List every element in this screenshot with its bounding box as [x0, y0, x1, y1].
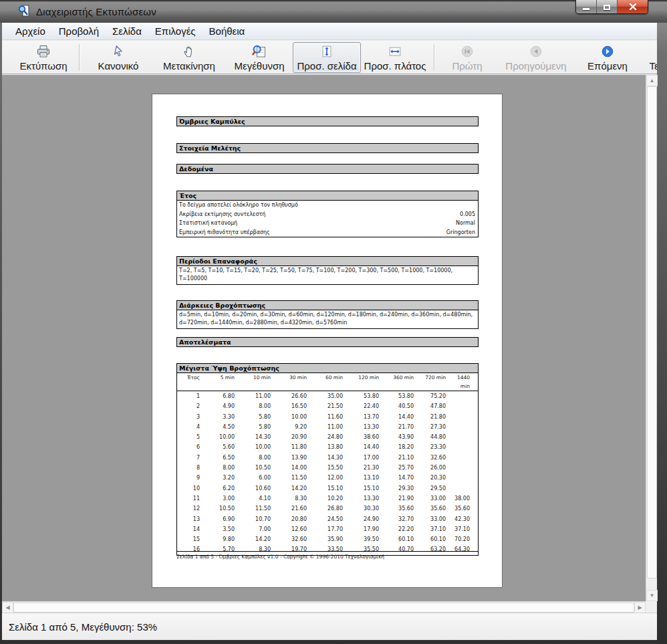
durations-header: Διάρκειες Βροχόπτωσης — [177, 301, 478, 310]
arrow-down-icon: ▼ — [650, 593, 655, 599]
column-header: 10 min — [243, 373, 279, 391]
year-cell: 13 — [177, 514, 208, 524]
toolbar-button-label: Προηγούμενη — [501, 60, 570, 72]
return-periods-text: T=2, T=5, T=10, T=15, T=20, T=25, T=50, … — [177, 266, 478, 284]
first-page-button[interactable]: Πρώτη — [439, 42, 495, 73]
print-button[interactable]: Εκτύπωση — [13, 42, 74, 73]
value-cell: 6.50 — [208, 453, 243, 463]
value-cell: 17.00 — [351, 453, 387, 463]
value-cell: 26.00 — [422, 463, 454, 473]
results-table-colheader: Έτος5 min10 min30 min60 min120 min360 mi… — [177, 373, 478, 391]
value-cell: 10.70 — [243, 514, 279, 524]
toolbar-button-label: Μεγέθυνση — [230, 60, 288, 72]
table-row: 65.6010.0011.8013.8014.4018.2023.30 — [177, 442, 478, 452]
normal-mode-button[interactable]: Κανονικό — [84, 42, 152, 73]
value-cell: 10.60 — [243, 484, 279, 494]
year-cell: 5 — [177, 432, 208, 442]
toolbar-separator — [434, 44, 434, 71]
value-cell: 21.10 — [387, 453, 422, 463]
toolbar-button-label: Εκτύπωση — [15, 60, 71, 72]
fit-width-button[interactable]: Προσ. πλάτος — [361, 42, 429, 73]
vertical-scrollbar-thumb[interactable] — [647, 86, 657, 578]
value-cell: 5.80 — [243, 422, 279, 432]
scrollbar-corner — [646, 601, 657, 613]
title-bar[interactable]: Διαχειριστής Εκτυπώσεων — [0, 0, 667, 23]
next-page-button[interactable]: Επόμενη — [577, 42, 638, 73]
value-cell: 20.90 — [279, 432, 315, 442]
value-cell: 26.60 — [279, 391, 315, 401]
value-cell: 5.80 — [243, 412, 279, 422]
property-row: Το δείγμα αποτελεί ολόκληρο τον πληθυσμό — [177, 201, 478, 210]
value-cell: 10.50 — [243, 463, 279, 473]
minimize-button[interactable] — [576, 0, 597, 14]
pan-mode-button[interactable]: Μετακίνηση — [152, 42, 226, 73]
property-label: Ακρίβεια εκτίμησης συντελεστή — [179, 210, 265, 219]
toolbar-button-label: Προσ. σελίδα — [293, 60, 360, 72]
document-page: Όμβριες Καμπύλες Στοιχεία Μελέτης Δεδομέ… — [152, 94, 503, 588]
value-cell: 30.30 — [351, 504, 387, 514]
vertical-scrollbar[interactable]: ▲ ▼ — [646, 75, 657, 601]
scroll-left-button[interactable]: ◀ — [2, 602, 13, 613]
value-cell: 29.30 — [387, 484, 422, 494]
toolbar-separator — [79, 44, 80, 71]
year-cell: 12 — [177, 504, 208, 514]
table-row: 76.508.0013.9014.3017.0021.1032.60 — [177, 453, 478, 463]
menu-item-view[interactable]: Προβολή — [52, 24, 106, 38]
value-cell: 8.00 — [243, 401, 279, 411]
value-cell: 32.70 — [387, 514, 422, 524]
value-cell: 39.50 — [351, 534, 387, 544]
scroll-up-button[interactable]: ▲ — [646, 75, 658, 86]
value-cell: 6.80 — [208, 391, 243, 401]
maximize-button[interactable] — [597, 0, 618, 14]
horizontal-scrollbar[interactable]: ◀ ▶ — [2, 601, 646, 613]
value-cell: 4.50 — [208, 422, 243, 432]
year-cell: 1 — [177, 391, 208, 401]
scroll-right-button[interactable]: ▶ — [634, 602, 646, 613]
table-row: 24.908.0016.5021.5022.4040.5047.80 — [177, 401, 478, 411]
value-cell: 18.20 — [387, 442, 422, 452]
last-page-button[interactable]: Τελευταία — [638, 42, 657, 73]
zoom-mode-button[interactable]: Μεγέθυνση — [226, 42, 293, 73]
value-cell: 5.60 — [208, 442, 243, 452]
value-cell: 15.50 — [315, 463, 351, 473]
value-cell: 37.10 — [454, 524, 478, 534]
year-cell: 8 — [177, 463, 208, 473]
value-cell — [454, 401, 478, 411]
value-cell: 20.80 — [279, 514, 315, 524]
table-row: 33.305.8010.0011.6013.7014.4021.80 — [177, 412, 478, 422]
column-header: Έτος — [177, 373, 208, 391]
table-row: 93.206.0011.5012.0013.1014.7020.30 — [177, 473, 478, 483]
menu-item-options[interactable]: Επιλογές — [148, 24, 203, 38]
menu-item-file[interactable]: Αρχείο — [9, 24, 52, 38]
return-periods-section: Περίοδοι Επαναφοράς T=2, T=5, T=10, T=15… — [176, 256, 479, 285]
value-cell: 10.00 — [208, 432, 243, 442]
doc-banner-data: Δεδομένα — [176, 164, 479, 174]
preview-canvas[interactable]: Όμβριες Καμπύλες Στοιχεία Μελέτης Δεδομέ… — [2, 75, 646, 601]
value-cell: 6.00 — [243, 473, 279, 483]
horizontal-scrollbar-thumb[interactable] — [13, 603, 634, 613]
value-cell: 11.00 — [243, 391, 279, 401]
value-cell: 32.60 — [279, 534, 315, 544]
previous-page-button[interactable]: Προηγούμενη — [495, 42, 577, 73]
year-section: Έτος Το δείγμα αποτελεί ολόκληρο τον πλη… — [176, 191, 479, 237]
column-header: 1440 min — [454, 373, 478, 391]
value-cell: 53.80 — [387, 391, 422, 401]
window-frame-edge — [657, 0, 667, 644]
fit-page-button[interactable]: Προσ. σελίδα — [293, 42, 361, 73]
value-cell: 14.20 — [279, 484, 315, 494]
doc-banner-results: Αποτελέσματα — [176, 337, 479, 347]
value-cell — [454, 432, 478, 442]
close-button[interactable] — [618, 0, 648, 14]
page-footer: Σελίδα 1 από 5 - Όμβριες Καμπύλες v1.0 -… — [176, 551, 479, 560]
table-row: 159.8014.2032.6035.9039.5060.1060.1070.2… — [177, 534, 478, 544]
value-cell: 11.50 — [279, 473, 315, 483]
menu-item-page[interactable]: Σελίδα — [106, 24, 148, 38]
value-cell: 13.30 — [351, 494, 387, 504]
value-cell: 8.30 — [279, 494, 315, 504]
value-cell: 24.80 — [315, 432, 351, 442]
value-cell: 70.20 — [454, 534, 478, 544]
menu-item-help[interactable]: Βοήθεια — [203, 24, 252, 38]
scroll-down-button[interactable]: ▼ — [646, 590, 658, 601]
toolbar-button-label: Κανονικό — [94, 60, 143, 72]
print-preview-app-icon — [17, 4, 31, 17]
